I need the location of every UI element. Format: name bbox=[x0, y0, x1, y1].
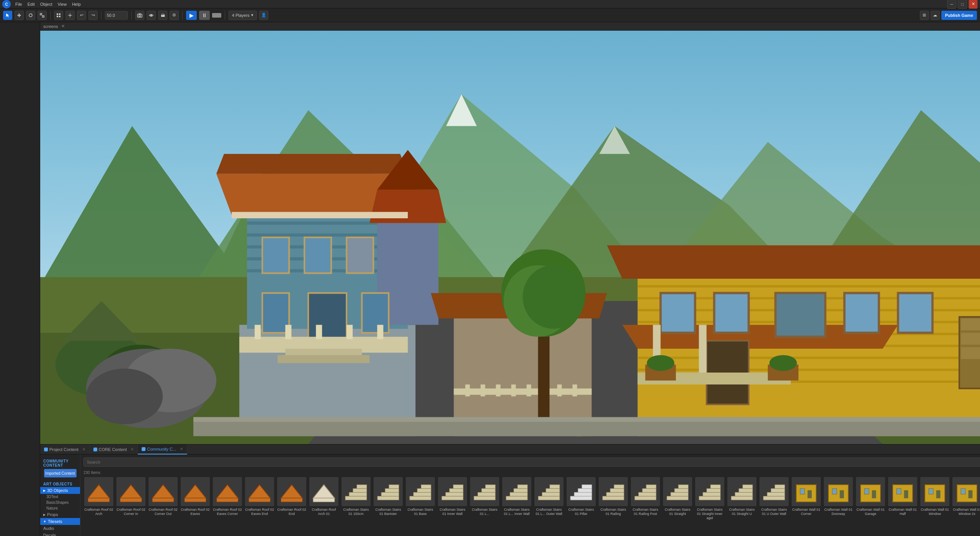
grid-item[interactable]: Craftsman Wall 01 Window 2x bbox=[952, 476, 980, 536]
grid-item[interactable]: Craftsman Roof 02 Eaves Corner bbox=[212, 476, 243, 536]
item-thumbnail bbox=[920, 477, 949, 506]
grid-item[interactable]: Craftsman Stairs 01 Inner Wall bbox=[437, 476, 468, 536]
svg-rect-229 bbox=[904, 490, 908, 498]
rotate-tool[interactable] bbox=[26, 11, 35, 20]
camera-btn[interactable] bbox=[135, 11, 144, 20]
window-maximize[interactable]: □ bbox=[958, 0, 967, 9]
svg-rect-210 bbox=[763, 496, 785, 500]
grid-item[interactable]: Craftsman Stairs 01 Banister bbox=[373, 476, 403, 536]
item-label: Craftsman Stairs 01 Inner Wall bbox=[438, 508, 467, 516]
core-tab-close[interactable]: ✕ bbox=[131, 447, 134, 451]
grid-item[interactable]: Craftsman Roof Arch 01 bbox=[309, 476, 339, 536]
imported-content-btn[interactable]: Imported Content bbox=[44, 469, 77, 477]
sidebar-3dobjects-label: 3D Objects bbox=[47, 488, 68, 493]
tab-project-content[interactable]: Project Content ✕ bbox=[40, 444, 90, 454]
project-tab-close[interactable]: ✕ bbox=[82, 447, 85, 451]
menu-view[interactable]: View bbox=[58, 2, 67, 7]
grid-item[interactable]: Craftsman Stairs 01 Railing bbox=[598, 476, 629, 536]
scale-tool[interactable] bbox=[38, 11, 47, 20]
community-tab-close[interactable]: ✕ bbox=[180, 447, 183, 451]
thumbnail-svg bbox=[567, 477, 596, 506]
grid-item[interactable]: Craftsman Stairs 01 U Outer Wall bbox=[759, 476, 789, 536]
publish-button[interactable]: Publish Game bbox=[941, 11, 977, 20]
grid-item[interactable]: Craftsman Stairs 01 L... Inner Wall bbox=[501, 476, 532, 536]
grid-item[interactable]: Craftsman Roof 02 End bbox=[276, 476, 307, 536]
grid-item[interactable]: Craftsman Stairs 01 L... bbox=[469, 476, 500, 536]
sidebar-decals[interactable]: Decals bbox=[40, 532, 80, 536]
grid-item[interactable]: Craftsman Wall 01 Garage bbox=[855, 476, 886, 536]
grid-item[interactable]: Craftsman Roof 02 Eaves End bbox=[244, 476, 275, 536]
scene-canvas[interactable]: CREATED WITH CORE bbox=[40, 31, 980, 444]
grid-item[interactable]: Craftsman Stairs 01 Straight Inner agel bbox=[694, 476, 725, 536]
svg-point-102 bbox=[523, 265, 584, 329]
item-label: Craftsman Stairs 01 Pillar bbox=[567, 508, 596, 516]
cloud-btn[interactable]: ☁ bbox=[931, 11, 940, 20]
svg-rect-165 bbox=[474, 496, 495, 500]
viewport-tab-close[interactable]: ✕ bbox=[61, 24, 65, 29]
menu-object[interactable]: Object bbox=[40, 2, 52, 7]
menu-file[interactable]: File bbox=[15, 2, 22, 7]
grid-item[interactable]: Craftsman Wall 01 Window bbox=[920, 476, 950, 536]
window-minimize[interactable]: ─ bbox=[947, 0, 956, 9]
sidebar-tilesets[interactable]: ▼ Tilesets bbox=[40, 518, 80, 525]
window-close[interactable]: ✕ bbox=[969, 0, 978, 9]
players-dropdown[interactable]: 4 Players ▾ bbox=[229, 11, 257, 20]
svg-rect-78 bbox=[961, 333, 980, 345]
svg-rect-91 bbox=[465, 384, 470, 396]
item-thumbnail bbox=[599, 477, 628, 506]
item-thumbnail bbox=[116, 477, 145, 506]
item-thumbnail bbox=[213, 477, 242, 506]
play-button[interactable]: ▶ bbox=[186, 11, 197, 20]
svg-rect-212 bbox=[771, 489, 785, 492]
sidebar-3dtext[interactable]: 3DText bbox=[40, 494, 80, 500]
menu-edit[interactable]: Edit bbox=[28, 2, 35, 7]
svg-rect-151 bbox=[381, 492, 399, 496]
tab-community-content[interactable]: Community C... ✕ bbox=[138, 444, 187, 454]
sep5 bbox=[225, 11, 225, 20]
grid-item[interactable]: Craftsman Wall 01 Doorway bbox=[823, 476, 854, 536]
sidebar-basicshapes[interactable]: BasicShapes bbox=[40, 500, 80, 505]
grid-item[interactable]: Craftsman Roof 02 Eaves bbox=[180, 476, 211, 536]
grid-item[interactable]: Craftsman Wall 01 Corner bbox=[791, 476, 822, 536]
layout-btn[interactable]: ⊞ bbox=[920, 11, 929, 20]
grid-item[interactable]: Craftsman Roof 02 Corner Out bbox=[148, 476, 178, 536]
zoom-input[interactable] bbox=[105, 11, 128, 20]
grid-item[interactable]: Craftsman Stairs 01 150cm bbox=[341, 476, 371, 536]
item-thumbnail bbox=[181, 477, 210, 506]
menu-help[interactable]: Help bbox=[72, 2, 81, 7]
player-icon[interactable]: 👤 bbox=[259, 11, 268, 20]
redo-btn[interactable]: ↪ bbox=[88, 11, 98, 20]
content-toolbar: Filter bbox=[83, 458, 980, 467]
item-thumbnail bbox=[341, 477, 371, 506]
undo-btn[interactable]: ↩ bbox=[77, 11, 86, 20]
item-label: Craftsman Stairs 01 Railing bbox=[599, 508, 628, 516]
sidebar-nature[interactable]: Nature bbox=[40, 505, 80, 511]
project-tab-label: Project Content bbox=[49, 447, 78, 452]
grid-item[interactable]: Craftsman Wall 01 Half bbox=[887, 476, 918, 536]
move-tool[interactable] bbox=[15, 11, 24, 20]
svg-rect-206 bbox=[735, 492, 753, 496]
view-mode-btn[interactable] bbox=[147, 11, 156, 20]
svg-rect-190 bbox=[635, 496, 656, 500]
grid-item[interactable]: Craftsman Stairs 01 Straight bbox=[662, 476, 693, 536]
settings-btn[interactable]: ⚙ bbox=[170, 11, 179, 20]
select-tool[interactable] bbox=[3, 11, 12, 20]
grid-item[interactable]: Craftsman Stairs 01 Base bbox=[405, 476, 436, 536]
search-input[interactable] bbox=[83, 458, 980, 467]
terrain-btn[interactable]: 🏔 bbox=[158, 11, 167, 20]
pause-button[interactable]: ⏸ bbox=[199, 11, 210, 20]
grid-item[interactable]: Craftsman Stairs 01 L... Outer Wall bbox=[534, 476, 564, 536]
svg-rect-167 bbox=[482, 489, 495, 492]
svg-rect-170 bbox=[506, 496, 528, 500]
grid-item[interactable]: Craftsman Roof 02 Arch bbox=[83, 476, 114, 536]
grid-item[interactable]: Craftsman Roof 02 Corner In bbox=[116, 476, 146, 536]
grid-item[interactable]: Craftsman Stairs 01 Railing Post bbox=[630, 476, 661, 536]
sidebar-audio[interactable]: Audio bbox=[40, 525, 80, 532]
grid-view-btn[interactable] bbox=[54, 11, 63, 20]
grid-item[interactable]: Craftsman Stairs 01 Straight U bbox=[727, 476, 757, 536]
sidebar-props[interactable]: ▶ Props bbox=[40, 511, 80, 518]
tab-core-content[interactable]: CORE Content ✕ bbox=[90, 444, 138, 454]
grid-item[interactable]: Craftsman Stairs 01 Pillar bbox=[566, 476, 596, 536]
snap-btn[interactable] bbox=[65, 11, 75, 20]
sidebar-3dobjects[interactable]: ▶ 3D Objects bbox=[40, 487, 80, 494]
